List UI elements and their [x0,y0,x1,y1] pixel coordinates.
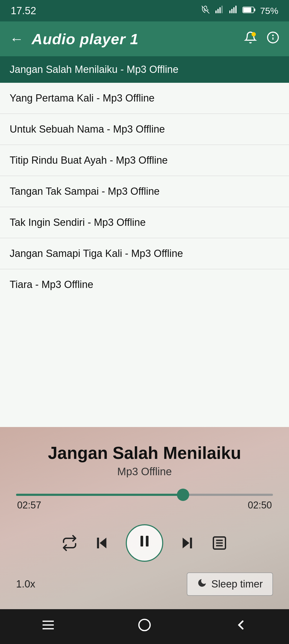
list-item[interactable]: Untuk Sebuah Nama - Mp3 Offline [0,114,289,145]
battery-icon [242,6,256,16]
status-bar: 17.52 [0,0,289,21]
next-button[interactable] [179,535,195,551]
list-item[interactable]: Tiara - Mp3 Offline [0,269,289,300]
song-list: Yang Pertama Kali - Mp3 Offline Untuk Se… [0,83,289,427]
svg-rect-20 [190,538,192,548]
list-item[interactable]: Titip Rindu Buat Ayah - Mp3 Offline [0,145,289,176]
signal-icon-1 [215,5,224,17]
status-icons: 75% [201,5,278,17]
svg-rect-17 [140,536,143,546]
player-controls [13,524,276,562]
top-bar-icons [244,31,279,47]
progress-times: 02:57 02:50 [16,500,273,511]
list-item[interactable]: Yang Pertama Kali - Mp3 Offline [0,83,289,114]
bell-icon[interactable] [244,31,257,47]
top-bar: ← Audio player 1 [0,21,289,56]
sleep-timer-label: Sleep timer [211,578,263,590]
list-item[interactable]: Jangan Samapi Tiga Kali - Mp3 Offline [0,238,289,269]
current-time: 02:57 [17,500,41,511]
now-playing-banner: Jangan Salah Menilaiku - Mp3 Offline [0,56,289,83]
total-time: 02:50 [248,500,272,511]
mute-icon [201,5,210,17]
player-song-title: Jangan Salah Menilaiku [13,443,276,463]
info-icon[interactable] [267,31,279,47]
status-time: 17.52 [11,5,36,17]
menu-icon[interactable] [41,617,56,636]
progress-container[interactable]: 02:57 02:50 [13,494,276,511]
player-song-subtitle: Mp3 Offline [13,466,276,478]
progress-thumb[interactable] [177,489,189,501]
page-title: Audio player 1 [32,30,244,48]
svg-rect-18 [146,536,149,546]
player-section: Jangan Salah Menilaiku Mp3 Offline 02:57… [0,427,289,609]
svg-rect-1 [217,9,219,13]
playlist-button[interactable] [211,535,227,551]
list-item[interactable]: Tangan Tak Sampai - Mp3 Offline [0,176,289,207]
svg-rect-6 [233,7,235,13]
back-nav-icon[interactable] [233,617,248,636]
prev-button[interactable] [94,535,110,551]
svg-rect-0 [215,10,217,13]
sleep-timer-button[interactable]: Sleep timer [187,572,273,596]
moon-icon [197,578,207,590]
pause-button[interactable] [126,524,163,562]
signal-icon-2 [229,5,238,17]
svg-rect-3 [221,6,223,13]
svg-point-28 [139,619,150,631]
speed-label[interactable]: 1.0x [16,578,35,590]
svg-rect-7 [235,6,237,13]
back-button[interactable]: ← [10,31,24,47]
list-item[interactable]: Tak Ingin Sendiri - Mp3 Offline [0,207,289,238]
repeat-button[interactable] [62,535,78,551]
now-playing-text: Jangan Salah Menilaiku - Mp3 Offline [10,64,178,75]
svg-rect-2 [219,7,221,13]
svg-marker-15 [100,538,107,548]
bottom-controls: 1.0x Sleep timer [13,572,276,596]
svg-point-11 [252,33,255,36]
svg-rect-5 [231,9,233,13]
svg-rect-10 [243,8,251,12]
battery-percent: 75% [260,6,278,16]
svg-rect-16 [97,538,99,548]
svg-rect-4 [229,10,231,13]
svg-marker-19 [183,538,189,548]
progress-track[interactable] [16,494,273,496]
home-icon[interactable] [137,617,152,636]
progress-fill [16,494,183,496]
svg-rect-9 [254,9,255,11]
nav-bar [0,609,289,644]
pause-icon [136,533,153,553]
